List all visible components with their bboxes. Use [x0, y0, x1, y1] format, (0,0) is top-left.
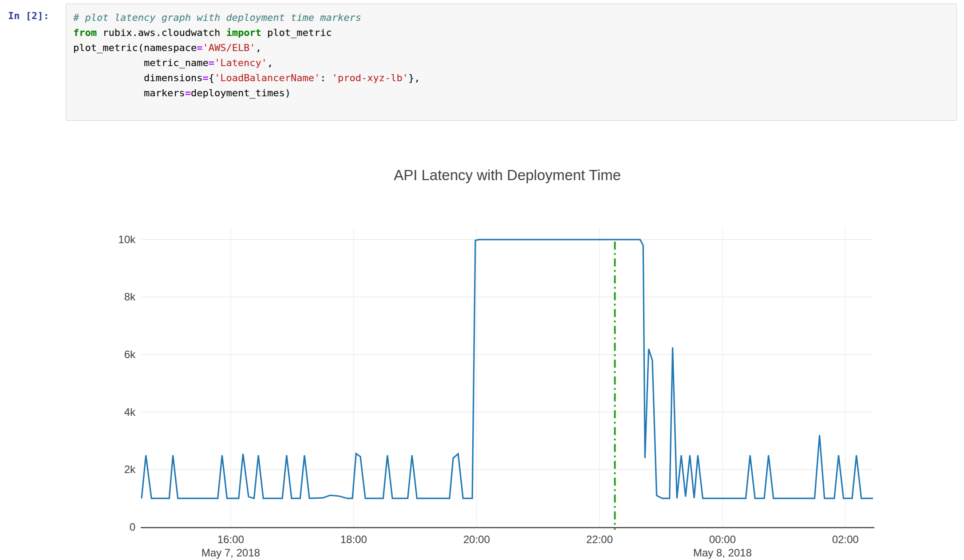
code-editor[interactable]: # plot latency graph with deployment tim… — [66, 4, 957, 121]
x-tick-label: 22:00 — [586, 533, 613, 545]
code-token: from — [73, 27, 97, 38]
code-token: rubix.aws.cloudwatch — [97, 27, 226, 38]
code-token: 'AWS/ELB' — [202, 42, 255, 53]
code-token: = — [209, 57, 214, 68]
code-token: , — [256, 42, 261, 53]
code-token: = — [185, 87, 191, 99]
y-tick-label: 8k — [124, 291, 136, 303]
x-tick-label: 16:00 — [217, 533, 244, 545]
latency-chart-canvas[interactable]: 02k4k6k8k10k16:00May 7, 201818:0020:0022… — [0, 191, 964, 560]
code-token: 'prod-xyz-lb' — [332, 72, 408, 83]
code-line: # plot latency graph with deployment tim… — [73, 10, 949, 25]
code-token: : — [320, 72, 332, 83]
code-token: # plot latency graph with deployment tim… — [73, 12, 361, 23]
code-token: metric_name — [73, 57, 209, 68]
code-line: plot_metric(namespace='AWS/ELB', — [73, 40, 949, 55]
code-token: = — [202, 72, 208, 83]
x-axis-date-label: May 8, 2018 — [693, 547, 752, 559]
code-line: dimensions={'LoadBalancerName': 'prod-xy… — [73, 71, 949, 86]
code-token: import — [226, 27, 261, 38]
y-tick-label: 10k — [118, 233, 136, 245]
code-token: markers — [73, 87, 185, 99]
code-token: dimensions — [73, 72, 202, 83]
code-line: from rubix.aws.cloudwatch import plot_me… — [73, 25, 949, 40]
code-token: }, — [408, 72, 420, 83]
input-prompt: In [2]: — [8, 4, 60, 21]
y-tick-label: 2k — [124, 463, 136, 475]
x-tick-label: 20:00 — [463, 533, 490, 545]
code-token: 'Latency' — [214, 57, 267, 68]
code-content: # plot latency graph with deployment tim… — [73, 10, 949, 101]
code-token: , — [267, 57, 273, 68]
code-token: deployment_times) — [191, 87, 291, 99]
latency-series-line — [142, 240, 873, 498]
code-line: markers=deployment_times) — [73, 86, 949, 101]
chart-title: API Latency with Deployment Time — [142, 167, 873, 184]
x-tick-label: 02:00 — [832, 533, 859, 545]
x-tick-label: 18:00 — [340, 533, 367, 545]
code-token: = — [197, 42, 202, 53]
y-tick-label: 6k — [124, 348, 136, 360]
code-token: plot_metric(namespace — [73, 42, 197, 53]
code-line: metric_name='Latency', — [73, 55, 949, 71]
x-axis-date-label: May 7, 2018 — [201, 547, 260, 559]
code-token: plot_metric — [261, 27, 332, 38]
y-tick-label: 4k — [124, 406, 136, 418]
code-cell: In [2]: # plot latency graph with deploy… — [8, 4, 957, 121]
y-tick-label: 0 — [130, 521, 135, 533]
x-tick-label: 00:00 — [709, 533, 736, 545]
notebook-page: In [2]: # plot latency graph with deploy… — [0, 0, 964, 560]
code-token: 'LoadBalancerName' — [214, 72, 320, 83]
code-token: { — [209, 72, 214, 83]
